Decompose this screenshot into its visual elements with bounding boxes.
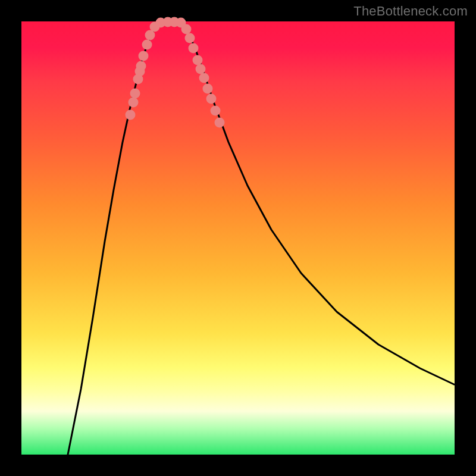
watermark-text: TheBottleneck.com xyxy=(353,4,468,19)
plot-area xyxy=(21,21,455,455)
data-point xyxy=(136,61,146,71)
bottleneck-curve xyxy=(68,22,454,455)
data-point xyxy=(181,24,192,35)
data-point xyxy=(193,55,203,65)
data-point xyxy=(189,43,199,54)
data-point xyxy=(215,118,225,128)
data-point xyxy=(196,64,206,74)
chart-frame: TheBottleneck.com xyxy=(0,0,476,476)
data-point xyxy=(129,98,139,108)
data-point xyxy=(126,110,136,120)
data-point xyxy=(139,51,149,61)
data-point xyxy=(206,94,217,104)
data-point xyxy=(185,33,195,43)
data-point xyxy=(199,73,209,83)
data-point xyxy=(211,106,221,116)
data-point xyxy=(203,84,213,94)
chart-svg xyxy=(21,21,455,455)
data-point xyxy=(130,89,140,99)
curve-group xyxy=(68,22,454,455)
data-point xyxy=(142,40,152,50)
dots-group xyxy=(126,17,225,128)
